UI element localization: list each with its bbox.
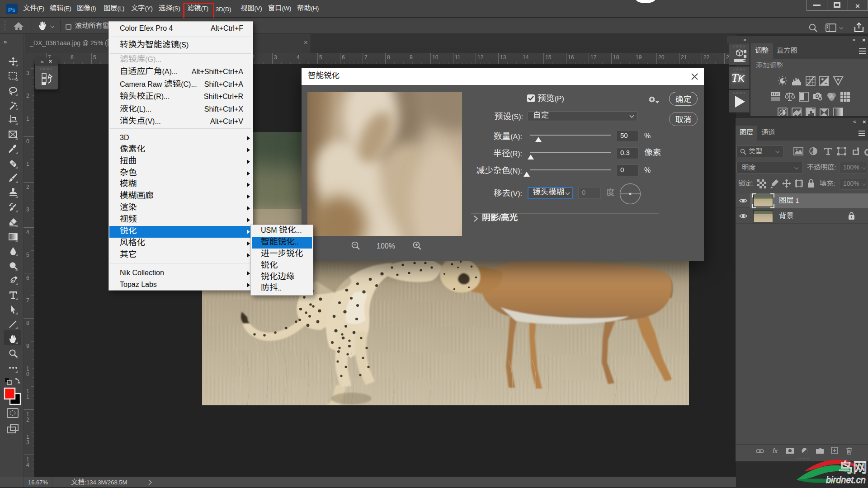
svg-text:18: 18 xyxy=(613,53,619,61)
svg-text:6: 6 xyxy=(26,272,29,282)
svg-text:fx: fx xyxy=(773,447,778,455)
svg-text:2: 2 xyxy=(26,182,29,191)
svg-text:10: 10 xyxy=(432,53,439,61)
svg-text:1: 1 xyxy=(26,159,29,168)
svg-text:4: 4 xyxy=(26,227,29,236)
svg-text:birdnet.cn: birdnet.cn xyxy=(826,471,866,486)
svg-text:8: 8 xyxy=(26,318,29,327)
svg-text:17: 17 xyxy=(590,53,597,61)
svg-text:2: 2 xyxy=(26,90,29,99)
svg-text:5: 5 xyxy=(93,53,96,61)
svg-text:7: 7 xyxy=(26,295,29,304)
svg-text:11: 11 xyxy=(455,53,461,61)
svg-text:1: 1 xyxy=(26,113,29,122)
svg-text:13: 13 xyxy=(500,53,506,61)
svg-text:0: 0 xyxy=(26,369,29,378)
svg-text:9: 9 xyxy=(410,53,413,61)
svg-text:19: 19 xyxy=(636,53,642,61)
svg-text:8: 8 xyxy=(387,53,390,61)
svg-text:9: 9 xyxy=(26,341,29,350)
svg-text:3: 3 xyxy=(26,204,29,213)
svg-text:15: 15 xyxy=(545,53,552,61)
svg-text:6: 6 xyxy=(342,53,345,61)
svg-text:2: 2 xyxy=(26,414,29,423)
svg-text:3: 3 xyxy=(26,437,29,446)
svg-text:3: 3 xyxy=(274,53,277,61)
svg-text:14: 14 xyxy=(523,53,529,61)
svg-text:6: 6 xyxy=(71,53,74,61)
svg-text:0: 0 xyxy=(26,136,29,145)
svg-text:21: 21 xyxy=(681,53,687,61)
svg-text:4: 4 xyxy=(26,460,29,469)
svg-text:20: 20 xyxy=(658,53,665,61)
svg-text:22: 22 xyxy=(703,53,710,61)
svg-text:5: 5 xyxy=(319,53,322,61)
svg-text:3: 3 xyxy=(26,68,29,77)
svg-text:1: 1 xyxy=(26,391,29,400)
svg-text:7: 7 xyxy=(364,53,368,61)
svg-text:5: 5 xyxy=(26,249,29,258)
svg-text:16: 16 xyxy=(568,53,574,61)
svg-text:4: 4 xyxy=(297,53,300,61)
svg-text:12: 12 xyxy=(477,53,484,61)
